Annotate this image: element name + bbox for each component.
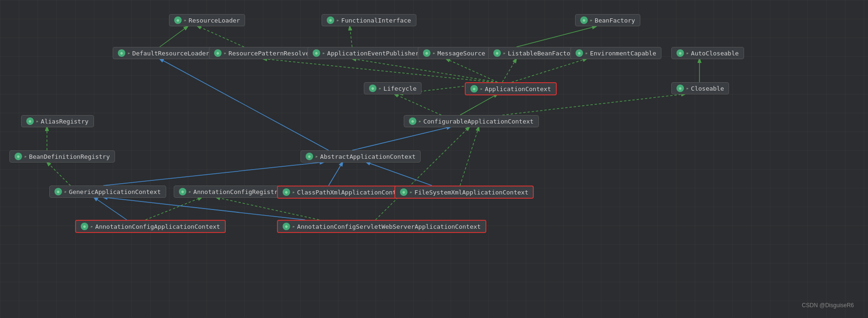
node-icon: ⊙	[423, 49, 430, 57]
svg-line-20	[366, 162, 432, 186]
node-icon-letter: »	[292, 225, 294, 229]
node-configurableapplicationcontext[interactable]: ⊙»ConfigurableApplicationContext	[404, 115, 539, 127]
svg-line-9	[263, 59, 493, 82]
node-icon-letter: »	[36, 119, 38, 124]
node-icon: ⊙	[179, 188, 186, 195]
node-applicationcontext[interactable]: ⊙»ApplicationContext	[465, 82, 557, 95]
svg-line-26	[216, 197, 319, 220]
node-icon: ⊙	[81, 223, 88, 230]
node-label: MessageSource	[438, 50, 485, 57]
svg-line-7	[502, 59, 516, 82]
node-icon: ⊙	[676, 49, 684, 57]
svg-line-16	[160, 59, 329, 150]
node-icon: ⊙	[118, 49, 125, 57]
node-listablebeanfactory[interactable]: ⊙»ListableBeanFactory	[488, 47, 583, 59]
node-icon-letter: »	[686, 86, 688, 91]
svg-line-14	[502, 94, 685, 115]
node-icon: ⊙	[369, 85, 376, 92]
node-label: ResourceLoader	[189, 17, 240, 24]
node-abstractapplicationcontext[interactable]: ⊙»AbstractApplicationContext	[300, 150, 421, 163]
watermark: CSDN @DisguiseR6	[802, 302, 854, 309]
node-icon: ⊙	[283, 188, 290, 196]
node-icon-letter: »	[184, 18, 186, 23]
node-icon-letter: »	[378, 86, 381, 91]
node-autocloseable[interactable]: ⊙»AutoCloseable	[671, 47, 744, 59]
svg-line-13	[394, 94, 441, 115]
node-icon: ⊙	[409, 117, 416, 125]
node-icon-letter: »	[64, 190, 66, 194]
node-annotationconfigapplicationcontext[interactable]: ⊙»AnnotationConfigApplicationContext	[75, 220, 226, 233]
node-beanfactory[interactable]: ⊙»BeanFactory	[575, 14, 640, 26]
node-environmentcapable[interactable]: ⊙»EnvironmentCapable	[570, 47, 661, 59]
node-label: AnnotationConfigApplicationContext	[95, 223, 220, 230]
svg-line-17	[103, 162, 324, 186]
node-icon-letter: »	[223, 51, 226, 55]
node-label: AnnotationConfigRegistry	[193, 188, 282, 195]
node-aliasregistry[interactable]: ⊙»AliasRegistry	[21, 115, 94, 127]
node-icon-letter: »	[480, 87, 482, 91]
node-resourceloader[interactable]: ⊙»ResourceLoader	[169, 14, 245, 26]
node-resourcepatternresolver[interactable]: ⊙»ResourcePatternResolver	[209, 47, 318, 59]
node-label: ListableBeanFactory	[508, 50, 578, 57]
node-label: ResourcePatternResolver	[229, 50, 313, 57]
node-icon: ⊙	[15, 153, 22, 160]
node-label: AnnotationConfigServletWebServerApplicat…	[297, 223, 481, 230]
node-functionalinterface[interactable]: ⊙»FunctionalInterface	[322, 14, 416, 26]
node-genericapplicationcontext[interactable]: ⊙»GenericApplicationContext	[49, 186, 166, 198]
node-icon: ⊙	[306, 153, 313, 160]
node-label: BeanDefinitionRegistry	[29, 153, 110, 160]
node-label: AbstractApplicationContext	[320, 153, 416, 160]
node-filesystemxmlapplicationcontext[interactable]: ⊙»FileSystemXmlApplicationContext	[394, 186, 534, 199]
svg-line-1	[160, 26, 188, 47]
svg-line-3	[516, 26, 596, 47]
node-label: ClassPathXmlApplicationContext	[297, 189, 407, 196]
svg-line-23	[146, 197, 202, 220]
node-icon-letter: »	[127, 51, 130, 55]
svg-line-15	[352, 127, 451, 150]
node-icon-letter: »	[322, 51, 324, 55]
node-messagesource[interactable]: ⊙»MessageSource	[418, 47, 491, 59]
node-icon-letter: »	[432, 51, 435, 55]
node-icon-letter: »	[686, 51, 688, 55]
svg-line-19	[329, 162, 343, 186]
svg-line-22	[94, 197, 127, 220]
svg-line-24	[376, 127, 469, 220]
node-icon: ⊙	[493, 49, 501, 57]
node-icon-letter: »	[409, 190, 412, 194]
node-icon-letter: »	[315, 155, 317, 159]
node-icon: ⊙	[676, 85, 684, 92]
node-icon-letter: »	[418, 119, 421, 124]
node-icon-letter: »	[188, 190, 191, 194]
node-label: GenericApplicationContext	[69, 188, 161, 195]
node-icon: ⊙	[327, 16, 334, 24]
svg-line-5	[352, 59, 498, 82]
node-annotationconfigservletwebserverapplicationcontext[interactable]: ⊙»AnnotationConfigServletWebServerApplic…	[277, 220, 486, 233]
node-icon: ⊙	[283, 223, 290, 230]
node-icon: ⊙	[54, 188, 62, 195]
node-label: ApplicationEventPublisher	[327, 50, 419, 57]
node-label: DefaultResourceLoader	[132, 50, 209, 57]
svg-line-21	[460, 127, 479, 186]
node-icon-letter: »	[90, 225, 92, 229]
node-icon-letter: »	[24, 155, 26, 159]
node-label: BeanFactory	[595, 17, 635, 24]
node-lifecycle[interactable]: ⊙»Lifecycle	[364, 82, 422, 94]
node-annotationconfigregistry[interactable]: ⊙»AnnotationConfigRegistry	[174, 186, 287, 198]
node-applicationeventpublisher[interactable]: ⊙»ApplicationEventPublisher	[307, 47, 424, 59]
svg-line-25	[103, 197, 305, 220]
node-icon: ⊙	[26, 117, 34, 125]
node-icon: ⊙	[174, 16, 182, 24]
node-icon-letter: »	[585, 51, 587, 55]
node-label: ConfigurableApplicationContext	[423, 118, 534, 125]
node-icon-letter: »	[503, 51, 505, 55]
node-beandefinitionregistry[interactable]: ⊙»BeanDefinitionRegistry	[9, 150, 115, 163]
node-icon: ⊙	[576, 49, 583, 57]
svg-line-6	[446, 59, 498, 82]
node-label: FileSystemXmlApplicationContext	[415, 189, 529, 196]
node-classpathxmlapplicationcontext[interactable]: ⊙»ClassPathXmlApplicationContext	[277, 186, 413, 199]
node-icon: ⊙	[313, 49, 320, 57]
node-closeable[interactable]: ⊙»Closeable	[671, 82, 729, 94]
node-icon: ⊙	[470, 85, 478, 93]
node-defaultresourceloader[interactable]: ⊙»DefaultResourceLoader	[113, 47, 215, 59]
svg-line-8	[512, 59, 587, 82]
